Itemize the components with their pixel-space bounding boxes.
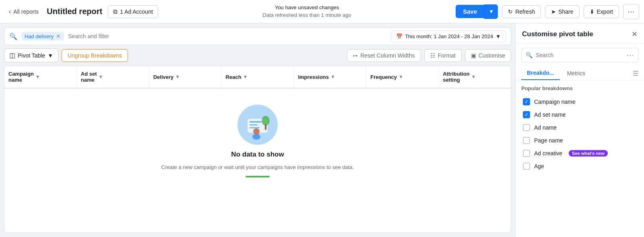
back-label: All reports xyxy=(13,8,39,15)
export-label: Export xyxy=(597,8,613,15)
share-button[interactable]: ➤ Share xyxy=(545,5,579,18)
format-button[interactable]: ☷ Format xyxy=(424,49,462,62)
share-label: Share xyxy=(558,8,573,15)
col-label: Impressions xyxy=(298,74,329,80)
column-header-ad_set_name[interactable]: Ad setname▼ xyxy=(77,66,149,88)
reset-icon: ↦ xyxy=(353,52,358,59)
breakdown-label-age: Age xyxy=(534,163,544,169)
column-header-impressions[interactable]: Impressions▼ xyxy=(294,66,366,88)
breakdown-label-campaign_name: Campaign name xyxy=(534,99,576,105)
report-title: Untitled report xyxy=(47,7,102,16)
breakdown-label-ad_set_name: Ad set name xyxy=(534,111,566,118)
svg-point-8 xyxy=(252,134,260,140)
panel-search-bar: 🔍 ⋯ xyxy=(521,48,638,62)
left-panel: 🔍 Had delivery ✕ 📅 This month: 1 Jan 202… xyxy=(0,23,515,237)
panel-tabs-settings-icon[interactable]: ☰ xyxy=(633,70,638,77)
filter-tag-label: Had delivery xyxy=(25,33,54,39)
unsaved-title: You have unsaved changes xyxy=(162,4,452,11)
breakdown-checkbox-ad_name[interactable] xyxy=(523,124,530,131)
filter-tag-close[interactable]: ✕ xyxy=(56,33,61,39)
green-progress-bar xyxy=(246,176,270,177)
col-label: Reach xyxy=(226,74,242,80)
more-options-button[interactable]: ⋯ xyxy=(623,4,639,19)
back-button[interactable]: ‹ All reports xyxy=(5,6,43,18)
panel-header: Customise pivot table ✕ xyxy=(516,23,644,44)
sort-icon: ▼ xyxy=(175,74,180,80)
panel-search-input[interactable] xyxy=(536,52,623,58)
customise-button[interactable]: ▣ Customise xyxy=(465,49,511,62)
illustration-svg xyxy=(239,107,276,143)
pivot-label: Pivot Table xyxy=(18,52,45,59)
chevron-down-icon: ▼ xyxy=(47,52,53,59)
column-header-attribution[interactable]: Attributionsetting▼ xyxy=(439,66,511,88)
date-picker-button[interactable]: 📅 This month: 1 Jan 2024 - 28 Jan 2024 ▼ xyxy=(391,31,506,42)
save-dropdown-button[interactable]: ▼ xyxy=(484,4,498,19)
panel-more-button[interactable]: ⋯ xyxy=(627,51,634,60)
right-panel: Customise pivot table ✕ 🔍 ⋯ Breakdo... M… xyxy=(515,23,644,237)
breakdowns-section: Popular breakdowns ✓Campaign name✓Ad set… xyxy=(516,80,644,237)
main-area: 🔍 Had delivery ✕ 📅 This month: 1 Jan 202… xyxy=(0,23,644,237)
panel-search-icon: 🔍 xyxy=(526,52,533,58)
export-button[interactable]: ⬇ Export xyxy=(584,5,619,18)
breakdown-item-ad_set_name[interactable]: ✓Ad set name xyxy=(521,108,638,121)
column-header-campaign_name[interactable]: Campaignname▼ xyxy=(4,66,77,88)
ungroup-breakdowns-button[interactable]: Ungroup Breakdowns xyxy=(62,49,128,62)
ad-account-button[interactable]: ⧉ 1 Ad Account xyxy=(108,5,158,18)
breakdown-checkbox-page_name[interactable] xyxy=(523,137,530,144)
customise-icon: ▣ xyxy=(471,52,476,59)
chevron-left-icon: ‹ xyxy=(9,8,11,15)
breakdown-label-ad_name: Ad name xyxy=(534,124,557,131)
unsaved-info: You have unsaved changes Data refreshed … xyxy=(162,4,452,19)
sort-icon: ▼ xyxy=(398,74,403,80)
date-range-label: This month: 1 Jan 2024 - 28 Jan 2024 xyxy=(405,33,493,39)
col-label: Campaignname xyxy=(8,71,34,83)
breakdown-item-campaign_name[interactable]: ✓Campaign name xyxy=(521,95,638,108)
col-label: Frequency xyxy=(370,74,397,80)
format-icon: ☷ xyxy=(430,52,436,59)
breakdown-checkbox-age[interactable] xyxy=(523,163,530,170)
col-label: Delivery xyxy=(153,74,174,80)
calendar-icon: 📅 xyxy=(396,33,402,39)
no-data-title: No data to show xyxy=(231,150,284,159)
svg-point-5 xyxy=(262,116,270,126)
breakdowns-list: ✓Campaign name✓Ad set nameAd namePage na… xyxy=(521,95,638,173)
top-bar: ‹ All reports Untitled report ⧉ 1 Ad Acc… xyxy=(0,0,644,23)
no-data-area: No data to show Create a new campaign or… xyxy=(4,89,511,194)
column-header-delivery[interactable]: Delivery▼ xyxy=(149,66,222,88)
breakdown-checkbox-ad_creative[interactable] xyxy=(523,150,530,157)
svg-rect-6 xyxy=(265,124,266,130)
breakdown-checkbox-campaign_name[interactable]: ✓ xyxy=(523,98,530,105)
breakdown-item-ad_name[interactable]: Ad name xyxy=(521,121,638,134)
format-label: Format xyxy=(438,52,456,59)
save-button[interactable]: Save xyxy=(456,5,484,18)
pivot-table-button[interactable]: ◫ Pivot Table ▼ xyxy=(4,48,58,62)
column-header-reach[interactable]: Reach▼ xyxy=(222,66,294,88)
sort-icon: ▼ xyxy=(99,74,103,80)
breakdown-item-ad_creative[interactable]: Ad creativeSee what's new xyxy=(521,147,638,160)
sort-icon: ▼ xyxy=(330,74,335,80)
chevron-down-icon: ▼ xyxy=(495,33,501,39)
sort-icon: ▼ xyxy=(35,74,40,80)
breakdown-label-ad_creative: Ad creative xyxy=(534,150,562,157)
svg-rect-3 xyxy=(250,124,258,126)
table-container: Campaignname▼Ad setname▼Delivery▼Reach▼I… xyxy=(4,66,511,233)
svg-point-7 xyxy=(253,128,260,135)
panel-tabs: Breakdo... Metrics ☰ xyxy=(516,66,644,80)
breakdown-label-page_name: Page name xyxy=(534,137,563,144)
column-header-frequency[interactable]: Frequency▼ xyxy=(366,66,439,88)
sort-icon: ▼ xyxy=(243,74,248,80)
search-input[interactable] xyxy=(68,33,387,39)
toolbar: ◫ Pivot Table ▼ Ungroup Breakdowns ↦ Res… xyxy=(4,48,511,62)
share-icon: ➤ xyxy=(551,8,556,15)
sort-icon: ▼ xyxy=(471,74,476,80)
col-label: Ad setname xyxy=(81,71,97,83)
reset-column-widths-button[interactable]: ↦ Reset Column Widths xyxy=(347,49,421,62)
refresh-button[interactable]: ↻ Refresh xyxy=(502,5,541,18)
refresh-icon: ↻ xyxy=(508,8,513,15)
breakdown-checkbox-ad_set_name[interactable]: ✓ xyxy=(523,111,530,118)
panel-close-button[interactable]: ✕ xyxy=(632,30,638,39)
breakdown-item-age[interactable]: Age xyxy=(521,160,638,173)
tab-breakdowns[interactable]: Breakdo... xyxy=(521,66,560,80)
tab-metrics[interactable]: Metrics xyxy=(561,67,591,80)
breakdown-item-page_name[interactable]: Page name xyxy=(521,134,638,147)
